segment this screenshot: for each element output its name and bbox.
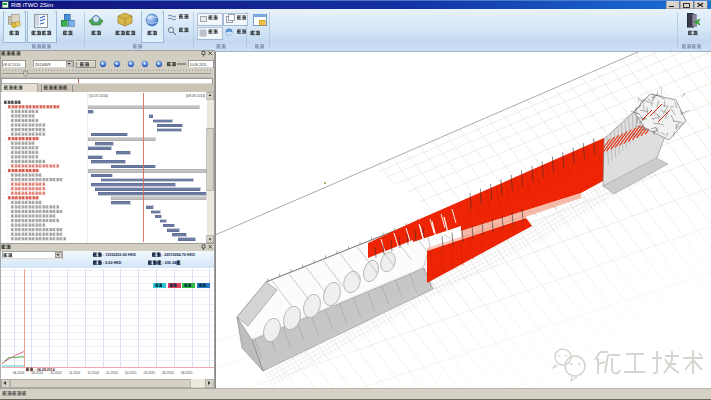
svg-text:08.2014: 08.2014 <box>31 371 43 375</box>
svg-text:2014/6/9: 2014/6/9 <box>35 62 51 67</box>
svg-text:: 13300253.00 HKD: : 13300253.00 HKD <box>103 253 136 257</box>
svg-text:06.2015: 06.2015 <box>162 371 174 375</box>
svg-text:02.2015: 02.2015 <box>125 371 137 375</box>
svg-text:12.2014: 12.2014 <box>88 371 100 375</box>
svg-text:10.2014: 10.2014 <box>50 371 62 375</box>
svg-text:03.2015: 03.2015 <box>144 371 156 375</box>
svg-text:: 22919054.70 HKD: : 22919054.70 HKD <box>162 253 195 257</box>
svg-text:[08.09.2014]: [08.09.2014] <box>186 94 205 98</box>
svg-text:08.07.2014: 08.07.2014 <box>3 63 20 67</box>
svg-text:11.2014: 11.2014 <box>69 371 81 375</box>
svg-text:06.2014: 06.2014 <box>13 371 25 375</box>
svg-text:01.2015: 01.2015 <box>106 371 118 375</box>
svg-text:[10.07.2014]: [10.07.2014] <box>89 94 108 98</box>
svg-text:10.08.2015: 10.08.2015 <box>190 63 207 67</box>
svg-text:: 0.00 HKD: : 0.00 HKD <box>103 261 122 265</box>
svg-text:RIB iTWO 2Sim: RIB iTWO 2Sim <box>11 2 53 8</box>
svg-text:: 230.34: : 230.34 <box>163 261 177 265</box>
svg-text:08.2015: 08.2015 <box>181 371 193 375</box>
